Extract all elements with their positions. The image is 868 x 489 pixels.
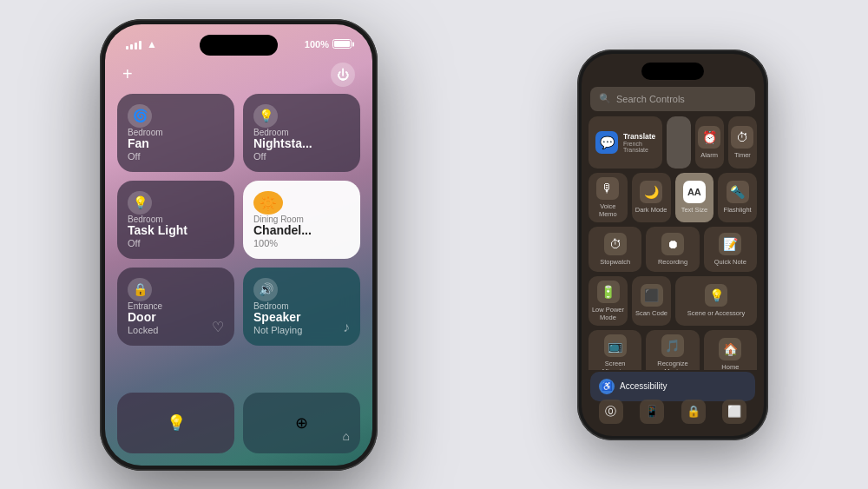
phone-right-screen: 🔍 Search Controls 💬 Translate French Tra… [582, 54, 764, 436]
accessibility-symbol: ♿ [602, 381, 612, 391]
stopwatch-icon: ⏱ [604, 233, 627, 255]
scan-code-label: Scan Code [635, 309, 667, 317]
translate-icon: 💬 [595, 131, 618, 154]
fan-title: Fan [128, 137, 224, 150]
bottom-tile-right[interactable]: ⊕ ⌂ [243, 393, 360, 453]
battery-percent: 100% [305, 39, 329, 50]
screen-mirroring-icon: 📺 [604, 334, 627, 357]
tasklight-icon: 💡 [128, 191, 152, 215]
text-size-label: Text Size [681, 206, 707, 214]
signal-icon [126, 39, 141, 50]
dark-mode-tile[interactable]: 🌙 Dark Mode [632, 173, 671, 222]
quick-note-label: Quick Note [714, 258, 746, 266]
home-tile[interactable]: 🏠 Home [704, 330, 757, 370]
speaker-title: Speaker [253, 311, 350, 324]
control-center-topbar: + ⏻ [105, 63, 372, 87]
scan-code-icon: ⬛ [641, 284, 663, 307]
alarm-icon: ⏰ [698, 126, 720, 149]
recording-tile[interactable]: ⏺ Recording [646, 227, 699, 272]
translate-sub: French [623, 141, 655, 147]
status-left: ▲ [126, 38, 157, 50]
accessibility-label: Accessibility [620, 381, 667, 391]
phone-left: ▲ 100% + ⏻ 🌀 [100, 19, 378, 471]
bottom-square-icon[interactable]: ⬜ [722, 400, 746, 424]
dynamic-island [200, 35, 278, 56]
tasklight-tile-text: Bedroom Task Light Off [128, 215, 224, 248]
home-label: Home [721, 363, 739, 370]
bedroom-speaker-tile[interactable]: 🔊 Bedroom Speaker Not Playing ♪ [243, 268, 360, 346]
door-status: Locked [128, 325, 224, 335]
recognize-music-tile[interactable]: 🎵 Recognize Music [646, 330, 699, 370]
fan-status: Off [128, 151, 224, 162]
nightstand-title: Nightsta... [253, 137, 350, 150]
scene-accessory-tile[interactable]: 💡 Scene or Accessory [675, 276, 757, 326]
recognize-music-label: Recognize Music [648, 360, 696, 370]
nightstand-icon: 💡 [253, 104, 278, 129]
bedroom-fan-tile[interactable]: 🌀 Bedroom Fan Off [117, 94, 234, 172]
translate-title: Translate [623, 132, 655, 141]
text-size-icon: AA [683, 181, 706, 203]
low-power-tile[interactable]: 🔋 Low Power Mode [589, 276, 628, 326]
chandelier-status: 100% [253, 238, 350, 248]
rc-row-4: 🔋 Low Power Mode ⬛ Scan Code 💡 Scene or … [589, 276, 757, 326]
fan-tile-text: Bedroom Fan Off [128, 128, 224, 161]
bottom-tile-left[interactable]: 💡 [117, 393, 234, 453]
accessibility-icon: ♿ [599, 379, 615, 394]
entrance-door-tile[interactable]: 🔒 Entrance Door Locked ♡ [117, 268, 234, 346]
dark-mode-label: Dark Mode [635, 206, 667, 214]
voice-memo-label: Voice Memo [591, 202, 625, 218]
flashlight-icon: 🔦 [727, 181, 749, 203]
accessibility-section[interactable]: ♿ Accessibility [590, 372, 755, 401]
voice-memo-tile[interactable]: 🎙 Voice Memo [589, 173, 628, 222]
dining-chandelier-tile[interactable]: 🔆 Dining Room Chandel... 100% [243, 181, 360, 259]
low-power-icon: 🔋 [597, 281, 620, 303]
speaker-icon: 🔊 [253, 278, 278, 302]
speaker-status: Not Playing [253, 325, 350, 335]
heart-icon: ♡ [212, 319, 224, 335]
translate-label: Translate [623, 147, 655, 153]
bottom-right-icon: ⊕ [295, 413, 308, 433]
quick-note-tile[interactable]: 📝 Quick Note [704, 227, 757, 272]
stopwatch-tile[interactable]: ⏱ Stopwatch [589, 227, 641, 272]
rc-row-3: ⏱ Stopwatch ⏺ Recording 📝 Quick Note [589, 227, 757, 272]
tasklight-status: Off [128, 238, 224, 248]
scan-code-tile[interactable]: ⬛ Scan Code [632, 276, 671, 326]
add-control-button[interactable]: + [122, 64, 133, 84]
fan-icon: 🌀 [128, 104, 152, 129]
bedroom-tasklight-tile[interactable]: 💡 Bedroom Task Light Off [117, 181, 234, 259]
bottom-left-icon: 💡 [167, 413, 186, 433]
bottom-lock-icon[interactable]: 🔒 [681, 400, 706, 424]
alarm-tile[interactable]: ⏰ Alarm [695, 116, 724, 169]
right-controls-container: 💬 Translate French Translate ⏰ Alarm ⏱ [589, 116, 757, 370]
alarm-label: Alarm [700, 151, 718, 159]
scene-label: Scene or Accessory [687, 309, 745, 317]
flashlight-label: Flashlight [724, 206, 752, 214]
nightstand-tile-text: Bedroom Nightsta... Off [253, 128, 350, 161]
bottom-phone-icon[interactable]: 📱 [640, 400, 664, 424]
flashlight-tile[interactable]: 🔦 Flashlight [718, 173, 757, 222]
screen-mirroring-label: Screen Mirroring [591, 360, 639, 370]
bottom-tiles-row: 💡 ⊕ ⌂ [117, 393, 360, 453]
rc-row-1: 💬 Translate French Translate ⏰ Alarm ⏱ [589, 116, 757, 169]
timer-tile[interactable]: ⏱ Timer [728, 116, 757, 169]
rc-row-5: 📺 Screen Mirroring 🎵 Recognize Music 🏠 H… [589, 330, 757, 370]
recording-icon: ⏺ [661, 233, 684, 255]
bedroom-nightstand-tile[interactable]: 💡 Bedroom Nightsta... Off [243, 94, 360, 172]
search-placeholder: Search Controls [616, 94, 685, 104]
door-title: Door [128, 311, 224, 324]
status-right: 100% [305, 39, 352, 50]
music-note-icon: ♪ [343, 320, 350, 335]
text-size-tile[interactable]: AA Text Size [675, 173, 714, 222]
translate-tile[interactable]: 💬 Translate French Translate [589, 116, 662, 169]
home-icon-right: 🏠 [719, 338, 741, 360]
bottom-accessibility-icon[interactable]: ⓪ [599, 400, 623, 424]
nightstand-status: Off [253, 151, 350, 162]
power-button-overlay[interactable]: ⏻ [331, 63, 355, 87]
chandelier-icon: 🔆 [253, 191, 283, 215]
chandelier-tile-text: Dining Room Chandel... 100% [253, 215, 350, 248]
screen-mirroring-tile[interactable]: 📺 Screen Mirroring [589, 330, 641, 370]
rc-row-2: 🎙 Voice Memo 🌙 Dark Mode AA Text Size 🔦 … [589, 173, 757, 222]
search-controls-bar[interactable]: 🔍 Search Controls [590, 87, 755, 111]
recognize-music-icon: 🎵 [661, 334, 684, 357]
translate-text: Translate French Translate [623, 132, 655, 153]
